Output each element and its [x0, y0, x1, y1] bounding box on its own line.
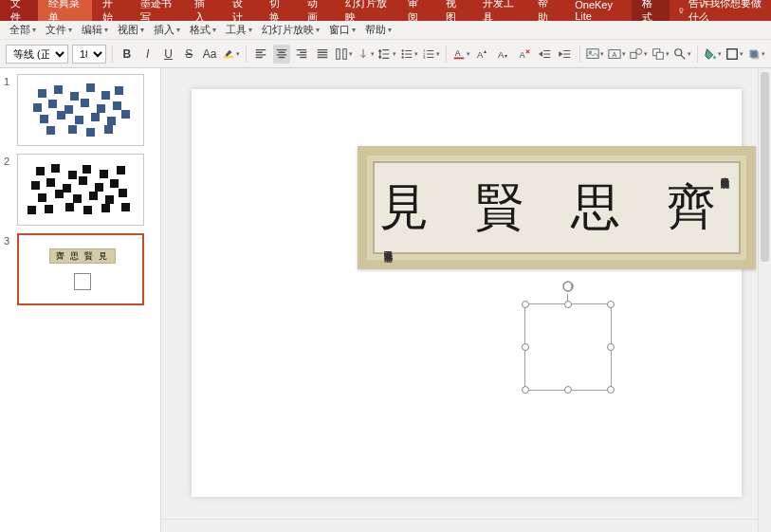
- svg-point-0: [679, 8, 683, 11]
- svg-rect-1: [224, 55, 234, 58]
- svg-rect-2: [337, 48, 340, 59]
- svg-text:A: A: [613, 50, 617, 57]
- menu-window[interactable]: 窗口▾: [325, 23, 359, 37]
- tab-file[interactable]: 文件: [0, 0, 38, 21]
- svg-text:▾: ▾: [505, 51, 507, 58]
- font-name-select[interactable]: 等线 (正文): [6, 45, 68, 64]
- tab-design[interactable]: 设计: [222, 0, 260, 21]
- thumb1-content: [28, 81, 134, 139]
- menu-help[interactable]: 帮助▾: [361, 23, 395, 37]
- align-right-button[interactable]: [294, 45, 311, 64]
- tab-insert[interactable]: 插入: [184, 0, 222, 21]
- increase-font-button[interactable]: A▴: [474, 45, 491, 64]
- menu-view[interactable]: 视图▾: [114, 23, 148, 37]
- rotate-handle-icon[interactable]: [560, 279, 576, 294]
- tab-ink[interactable]: 墨迹书写: [130, 0, 184, 21]
- svg-rect-21: [631, 52, 636, 58]
- slide-canvas-area[interactable]: 見 賢 思 齊 戊戌甲申甲壬五月 涂宝深书于斋 汤峰明先生留念 人民残害法院重金: [161, 68, 771, 532]
- resize-handle-s[interactable]: [564, 386, 572, 394]
- calligraphy-banner[interactable]: 見 賢 思 齊 戊戌甲申甲壬五月 涂宝深书于斋 汤峰明先生留念 人民残害法院重金: [358, 146, 756, 269]
- bold-button[interactable]: B: [119, 45, 136, 64]
- slide-thumb-2[interactable]: [17, 154, 144, 226]
- arrange-button[interactable]: ▾: [652, 45, 670, 64]
- svg-text:▴: ▴: [484, 47, 486, 54]
- shape-effects-button[interactable]: ▾: [747, 45, 765, 64]
- shape-outline-button[interactable]: ▾: [725, 45, 743, 64]
- thumb-number: 3: [4, 233, 17, 305]
- font-color-button[interactable]: A▾: [452, 45, 470, 64]
- formatting-toolbar: 等线 (正文) 18 B I U S Aa ▾ ▾ ▾ ▾ ▾ 123▾ A▾ …: [0, 40, 771, 68]
- svg-text:A: A: [455, 47, 461, 57]
- banner-text: 見 賢 思 齊: [379, 174, 733, 241]
- tell-me-label: 告诉我你想要做什么: [688, 0, 763, 25]
- workspace: 1 2: [0, 68, 771, 532]
- tab-animations[interactable]: 动画: [297, 0, 335, 21]
- svg-rect-17: [587, 48, 598, 58]
- text-direction-button[interactable]: ▾: [357, 45, 375, 64]
- numbering-button[interactable]: 123▾: [422, 45, 440, 64]
- bullets-button[interactable]: ▾: [400, 45, 418, 64]
- menu-edit[interactable]: 编辑▾: [78, 23, 112, 37]
- resize-handle-sw[interactable]: [522, 386, 529, 394]
- tell-me-search[interactable]: 告诉我你想要做什么: [670, 0, 772, 21]
- tab-transitions[interactable]: 切换: [259, 0, 297, 21]
- font-size-select[interactable]: 18: [72, 45, 106, 64]
- slide-thumb-1[interactable]: [17, 74, 144, 146]
- italic-button[interactable]: I: [139, 45, 156, 64]
- menu-slideshow[interactable]: 幻灯片放映▾: [258, 23, 323, 37]
- textbox-button[interactable]: A▾: [608, 45, 626, 64]
- banner-inner: 見 賢 思 齊 戊戌甲申甲壬五月 涂宝深书于斋 汤峰明先生留念 人民残害法院重金: [373, 161, 741, 254]
- resize-handle-ne[interactable]: [607, 301, 615, 308]
- svg-rect-24: [656, 52, 663, 59]
- align-left-button[interactable]: [252, 45, 269, 64]
- menu-insert[interactable]: 插入▾: [150, 23, 184, 37]
- find-button[interactable]: ▾: [673, 45, 691, 64]
- clear-formatting-button[interactable]: A: [516, 45, 533, 64]
- menu-all[interactable]: 全部▾: [6, 23, 40, 37]
- tab-format[interactable]: 格式: [632, 0, 670, 21]
- shapes-button[interactable]: ▾: [630, 45, 648, 64]
- tab-slideshow[interactable]: 幻灯片放映: [335, 0, 397, 21]
- scroll-thumb[interactable]: [761, 72, 769, 262]
- resize-handle-w[interactable]: [522, 343, 529, 351]
- resize-handle-n[interactable]: [564, 301, 572, 308]
- thumb-number: 2: [4, 154, 17, 226]
- columns-button[interactable]: ▾: [335, 45, 353, 64]
- resize-handle-se[interactable]: [607, 386, 615, 394]
- decrease-indent-button[interactable]: [537, 45, 554, 64]
- svg-text:A: A: [498, 48, 505, 59]
- tab-home[interactable]: 开始: [92, 0, 130, 21]
- svg-rect-3: [343, 48, 347, 59]
- selected-rectangle-shape[interactable]: [524, 303, 612, 391]
- menu-file[interactable]: 文件▾: [42, 23, 76, 37]
- underline-button[interactable]: U: [160, 45, 177, 64]
- tab-developer[interactable]: 开发工具: [472, 0, 526, 21]
- tab-onekey[interactable]: OneKey Lite: [564, 0, 632, 21]
- menu-tools[interactable]: 工具▾: [222, 23, 256, 37]
- line-spacing-button[interactable]: ▾: [378, 45, 396, 64]
- resize-handle-nw[interactable]: [522, 301, 529, 308]
- thumb3-banner: 齊 思 賢 見: [49, 248, 116, 264]
- tab-view[interactable]: 视图: [435, 0, 473, 21]
- tab-classic-menu[interactable]: 经典菜单: [38, 0, 92, 21]
- tab-help[interactable]: 帮助: [527, 0, 565, 21]
- slide-thumb-3[interactable]: 齊 思 賢 見: [17, 233, 144, 305]
- shape-fill-button[interactable]: ▾: [704, 45, 722, 64]
- align-justify-button[interactable]: [314, 45, 331, 64]
- current-slide[interactable]: 見 賢 思 齊 戊戌甲申甲壬五月 涂宝深书于斋 汤峰明先生留念 人民残害法院重金: [192, 89, 742, 497]
- thumb2-content: [28, 160, 134, 219]
- lightbulb-icon: [677, 6, 686, 16]
- align-center-button[interactable]: [273, 45, 290, 64]
- horizontal-scrollbar[interactable]: [161, 519, 758, 532]
- menu-format[interactable]: 格式▾: [186, 23, 220, 37]
- banner-side-text: 汤峰明先生留念 人民残害法院重金: [719, 171, 731, 256]
- decrease-font-button[interactable]: A▾: [495, 45, 512, 64]
- vertical-scrollbar[interactable]: [758, 68, 771, 532]
- increase-indent-button[interactable]: [557, 45, 574, 64]
- tab-review[interactable]: 审阅: [397, 0, 435, 21]
- picture-button[interactable]: ▾: [586, 45, 604, 64]
- strike-button[interactable]: S: [180, 45, 197, 64]
- highlight-button[interactable]: ▾: [222, 45, 240, 64]
- resize-handle-e[interactable]: [607, 343, 615, 351]
- change-case-button[interactable]: Aa: [201, 45, 218, 64]
